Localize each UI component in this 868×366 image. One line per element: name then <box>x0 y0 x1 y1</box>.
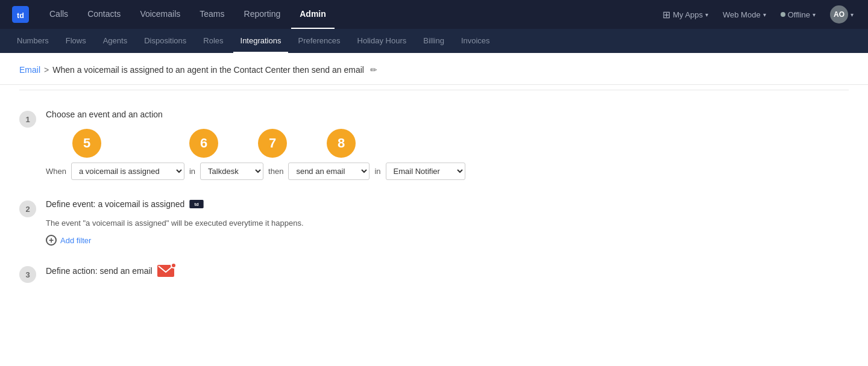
step-3-number: 3 <box>19 266 36 283</box>
edit-icon[interactable]: ✏ <box>370 65 377 75</box>
subnav-flows[interactable]: Flows <box>58 29 93 53</box>
badge-7: 7 <box>258 129 287 158</box>
offline-button[interactable]: Offline ▾ <box>776 10 820 19</box>
platform-select[interactable]: Talkdesk <box>200 163 263 180</box>
step-2-number: 2 <box>19 200 36 217</box>
step-2-title: Define event: a voicemail is assigned td <box>46 199 849 209</box>
nav-admin[interactable]: Admin <box>291 0 335 29</box>
user-chevron: ▾ <box>851 11 854 18</box>
app-logo[interactable]: td <box>10 4 31 25</box>
step-2-row: 2 Define event: a voicemail is assigned … <box>19 199 849 246</box>
add-filter-plus-icon[interactable]: + <box>46 235 57 246</box>
subnav-integrations[interactable]: Integrations <box>233 29 289 53</box>
in-label-2: in <box>374 167 380 176</box>
add-filter-row: + Add filter <box>46 235 849 246</box>
in-label-1: in <box>189 167 195 176</box>
nav-teams[interactable]: Teams <box>191 0 233 29</box>
svg-text:td: td <box>17 11 24 20</box>
subnav-billing[interactable]: Billing <box>416 29 451 53</box>
badge-6: 6 <box>189 129 218 158</box>
web-mode-chevron: ▾ <box>763 11 766 18</box>
event-row: When a voicemail is assigned in Talkdesk… <box>46 163 849 180</box>
step-2-description: The event "a voicemail is assigned" will… <box>46 219 849 228</box>
email-icon-badge <box>157 265 174 277</box>
step-1-row: 1 Choose an event and an action 5 6 7 8 … <box>19 110 849 180</box>
top-nav-right: ⊞ My Apps ▾ Web Mode ▾ Offline ▾ AO ▾ <box>658 5 858 23</box>
svg-text:td: td <box>195 202 200 207</box>
add-filter-button[interactable]: Add filter <box>60 236 91 245</box>
step-1-body: Choose an event and an action 5 6 7 8 Wh… <box>46 110 849 180</box>
sub-nav: Numbers Flows Agents Dispositions Roles … <box>0 29 868 53</box>
step-3-row: 3 Define action: send an email <box>19 265 849 283</box>
then-label: then <box>268 167 283 176</box>
talkdesk-logo-small: td <box>189 200 204 208</box>
nav-contacts[interactable]: Contacts <box>79 0 129 29</box>
avatar: AO <box>830 5 848 23</box>
divider <box>19 90 849 90</box>
step-3-body: Define action: send an email <box>46 265 849 277</box>
subnav-agents[interactable]: Agents <box>96 29 134 53</box>
web-mode-button[interactable]: Web Mode ▾ <box>718 10 771 19</box>
step-3-title: Define action: send an email <box>46 265 849 277</box>
breadcrumb: Email > When a voicemail is assigned to … <box>0 53 868 85</box>
top-nav: td Calls Contacts Voicemails Teams Repor… <box>0 0 868 29</box>
target-select[interactable]: Email Notifier <box>386 163 465 180</box>
badge-8: 8 <box>327 129 356 158</box>
breadcrumb-link[interactable]: Email <box>19 65 40 75</box>
nav-calls[interactable]: Calls <box>41 0 77 29</box>
when-label: When <box>46 167 66 176</box>
action-select[interactable]: send an email <box>288 163 370 180</box>
subnav-roles[interactable]: Roles <box>196 29 230 53</box>
user-menu-button[interactable]: AO ▾ <box>825 5 858 23</box>
subnav-holiday-hours[interactable]: Holiday Hours <box>350 29 414 53</box>
step-1-title: Choose an event and an action <box>46 110 849 119</box>
my-apps-chevron: ▾ <box>705 11 708 18</box>
notification-dot <box>171 262 177 268</box>
main-nav-links: Calls Contacts Voicemails Teams Reportin… <box>41 0 658 29</box>
main-content: Email > When a voicemail is assigned to … <box>0 53 868 366</box>
subnav-invoices[interactable]: Invoices <box>454 29 497 53</box>
grid-icon: ⊞ <box>662 9 670 20</box>
my-apps-button[interactable]: ⊞ My Apps ▾ <box>658 9 713 20</box>
steps-container: 1 Choose an event and an action 5 6 7 8 … <box>0 95 868 317</box>
subnav-numbers[interactable]: Numbers <box>10 29 56 53</box>
step-1-number: 1 <box>19 111 36 128</box>
badge-5: 5 <box>72 129 101 158</box>
nav-reporting[interactable]: Reporting <box>236 0 289 29</box>
nav-voicemails[interactable]: Voicemails <box>131 0 189 29</box>
status-dot <box>781 12 785 17</box>
step-2-body: Define event: a voicemail is assigned td… <box>46 199 849 246</box>
subnav-dispositions[interactable]: Dispositions <box>137 29 193 53</box>
breadcrumb-separator: > <box>44 65 49 75</box>
subnav-preferences[interactable]: Preferences <box>291 29 347 53</box>
breadcrumb-current: When a voicemail is assigned to an agent… <box>52 65 364 75</box>
offline-chevron: ▾ <box>813 11 816 18</box>
event-select[interactable]: a voicemail is assigned <box>71 163 184 180</box>
